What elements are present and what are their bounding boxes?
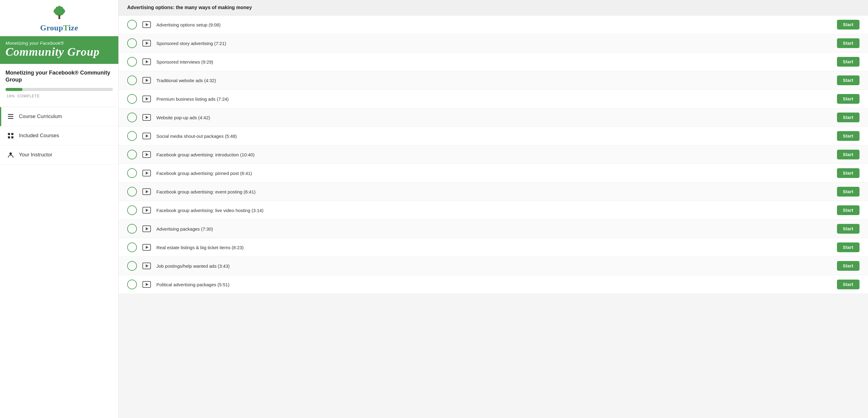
svg-rect-11 bbox=[8, 116, 13, 117]
banner-subtitle: Monetizing your Facebook® bbox=[5, 40, 113, 45]
lesson-row: Sponsored story advertising (7:21) Start bbox=[119, 34, 868, 53]
start-button[interactable]: Start bbox=[837, 94, 860, 104]
sidebar-item-your-instructor[interactable]: Your Instructor bbox=[0, 146, 118, 165]
svg-marker-39 bbox=[146, 209, 149, 212]
lesson-checkbox[interactable] bbox=[127, 243, 137, 252]
svg-marker-35 bbox=[146, 171, 149, 174]
lesson-row: Social media shout-out packages (5:48) S… bbox=[119, 127, 868, 146]
lesson-checkbox[interactable] bbox=[127, 75, 137, 85]
start-button[interactable]: Start bbox=[837, 243, 860, 252]
svg-marker-19 bbox=[146, 23, 149, 26]
start-button[interactable]: Start bbox=[837, 168, 860, 178]
svg-rect-14 bbox=[11, 133, 13, 135]
start-button[interactable]: Start bbox=[837, 131, 860, 141]
progress-bar-container bbox=[5, 88, 113, 91]
lesson-play-icon bbox=[143, 262, 151, 270]
svg-marker-43 bbox=[146, 246, 149, 249]
course-title: Monetizing your Facebook® Community Grou… bbox=[5, 69, 113, 84]
progress-complete-text: COMPLETE bbox=[17, 94, 40, 98]
start-button[interactable]: Start bbox=[837, 20, 860, 30]
lesson-checkbox[interactable] bbox=[127, 38, 137, 48]
start-button[interactable]: Start bbox=[837, 224, 860, 234]
lesson-checkbox[interactable] bbox=[127, 150, 137, 159]
lesson-play-icon bbox=[143, 39, 151, 47]
lesson-play-icon bbox=[143, 58, 151, 66]
lesson-checkbox[interactable] bbox=[127, 57, 137, 67]
lesson-play-icon bbox=[143, 21, 151, 29]
lessons-container: Advertising options setup (9:08) Start S… bbox=[119, 15, 868, 294]
lesson-checkbox[interactable] bbox=[127, 94, 137, 104]
lesson-play-icon bbox=[143, 187, 151, 196]
svg-point-8 bbox=[62, 8, 64, 10]
start-button[interactable]: Start bbox=[837, 112, 860, 122]
lesson-checkbox[interactable] bbox=[127, 112, 137, 122]
logo-groupize-text: GroupTize bbox=[40, 24, 78, 33]
lesson-checkbox[interactable] bbox=[127, 205, 137, 215]
sidebar-item-label-instructor: Your Instructor bbox=[19, 152, 52, 158]
progress-label: 16% COMPLETE bbox=[5, 93, 113, 98]
lesson-checkbox[interactable] bbox=[127, 168, 137, 178]
svg-point-6 bbox=[60, 7, 62, 9]
lesson-row: Facebook group advertising: pinned post … bbox=[119, 164, 868, 183]
svg-rect-12 bbox=[8, 118, 13, 119]
svg-marker-31 bbox=[146, 134, 149, 137]
lesson-row: Political advertising packages (5:51) St… bbox=[119, 275, 868, 294]
start-button[interactable]: Start bbox=[837, 205, 860, 215]
section-header: Advertising options: the many ways of ma… bbox=[119, 0, 868, 15]
lesson-row: Premium business listing ads (7:24) Star… bbox=[119, 90, 868, 108]
sidebar-item-label-curriculum: Course Curriculum bbox=[19, 114, 62, 120]
person-icon bbox=[7, 151, 14, 159]
start-button[interactable]: Start bbox=[837, 280, 860, 289]
svg-marker-45 bbox=[146, 264, 149, 267]
start-button[interactable]: Start bbox=[837, 57, 860, 67]
lesson-play-icon bbox=[143, 280, 151, 289]
course-info: Monetizing your Facebook® Community Grou… bbox=[0, 64, 118, 101]
start-button[interactable]: Start bbox=[837, 38, 860, 48]
lesson-row: Real estate listings & big ticket items … bbox=[119, 238, 868, 257]
lesson-row: Facebook group advertising: event postin… bbox=[119, 183, 868, 201]
sidebar-item-included-courses[interactable]: Included Courses bbox=[0, 126, 118, 146]
lesson-row: Advertising packages (7:30) Start bbox=[119, 220, 868, 238]
svg-rect-13 bbox=[8, 133, 10, 135]
lesson-checkbox[interactable] bbox=[127, 187, 137, 196]
lesson-title: Sponsored story advertising (7:21) bbox=[156, 41, 832, 46]
lesson-play-icon bbox=[143, 206, 151, 215]
svg-rect-10 bbox=[8, 114, 13, 115]
banner-title-script: Community Group bbox=[5, 45, 113, 58]
progress-percent: 16% bbox=[7, 94, 15, 98]
lesson-row: Job postings/help wanted ads (3:43) Star… bbox=[119, 257, 868, 275]
lesson-play-icon bbox=[143, 169, 151, 178]
grid-icon bbox=[7, 132, 14, 140]
sidebar-item-course-curriculum[interactable]: Course Curriculum bbox=[0, 107, 118, 126]
course-banner: Monetizing your Facebook® Community Grou… bbox=[0, 36, 118, 64]
sidebar: GroupTize Monetizing your Facebook® Comm… bbox=[0, 0, 119, 418]
lesson-checkbox[interactable] bbox=[127, 261, 137, 271]
svg-marker-41 bbox=[146, 227, 149, 230]
lesson-row: Sponsored interviews (9:29) Start bbox=[119, 53, 868, 71]
lesson-row: Website pop-up ads (4:42) Start bbox=[119, 108, 868, 127]
svg-marker-23 bbox=[146, 60, 149, 63]
svg-rect-16 bbox=[11, 136, 13, 138]
lesson-checkbox[interactable] bbox=[127, 280, 137, 289]
lesson-checkbox[interactable] bbox=[127, 131, 137, 141]
svg-marker-47 bbox=[146, 283, 149, 286]
svg-point-17 bbox=[9, 153, 12, 155]
start-button[interactable]: Start bbox=[837, 75, 860, 85]
lesson-row: Facebook group advertising: introduction… bbox=[119, 146, 868, 164]
lesson-title: Job postings/help wanted ads (3:43) bbox=[156, 263, 832, 269]
lesson-title: Real estate listings & big ticket items … bbox=[156, 245, 832, 250]
logo-tree-icon bbox=[50, 5, 68, 22]
svg-rect-15 bbox=[8, 136, 10, 138]
start-button[interactable]: Start bbox=[837, 187, 860, 196]
lesson-checkbox[interactable] bbox=[127, 20, 137, 30]
lesson-title: Political advertising packages (5:51) bbox=[156, 282, 832, 287]
svg-marker-33 bbox=[146, 153, 149, 156]
logo-area: GroupTize bbox=[0, 0, 118, 33]
lesson-checkbox[interactable] bbox=[127, 224, 137, 234]
lesson-title: Facebook group advertising: pinned post … bbox=[156, 171, 832, 176]
start-button[interactable]: Start bbox=[837, 150, 860, 159]
lesson-title: Facebook group advertising: event postin… bbox=[156, 189, 832, 194]
lesson-play-icon bbox=[143, 150, 151, 159]
start-button[interactable]: Start bbox=[837, 261, 860, 271]
svg-rect-9 bbox=[58, 15, 60, 19]
